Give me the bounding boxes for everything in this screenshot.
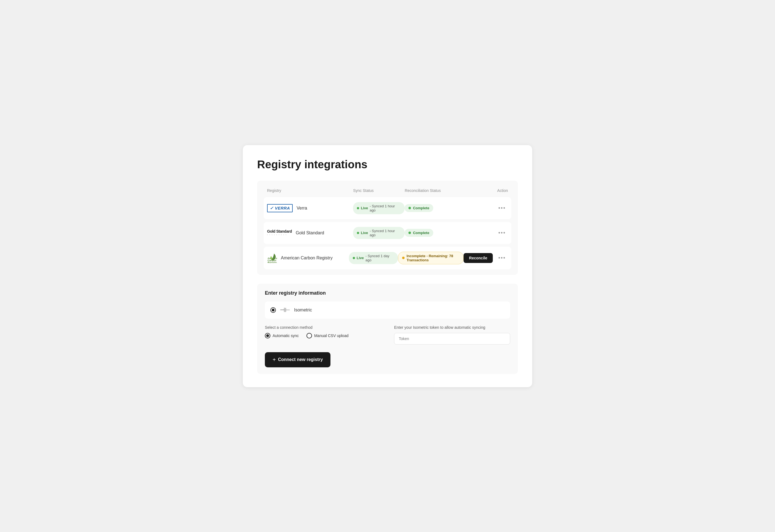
token-label: Enter your Isometric token to allow auto… bbox=[394, 325, 510, 330]
verra-logo: ✓ VERRA bbox=[267, 204, 293, 212]
header-registry: Registry bbox=[267, 188, 353, 193]
auto-sync-radio-dot bbox=[266, 334, 269, 337]
sync-badge-verra: Live - Synced 1 hour ago bbox=[353, 202, 405, 214]
recon-badge-acr: Incomplete - Remaining: 78 Transactions bbox=[398, 252, 464, 264]
form-row: Select a connection method Automatic syn… bbox=[265, 325, 510, 344]
radio-inner-dot bbox=[272, 309, 275, 311]
registry-cell-gold: Gold Standard · · · · · · · · · Gold Sta… bbox=[267, 229, 353, 236]
gold-standard-logo-text: Gold Standard bbox=[267, 229, 292, 234]
more-options-acr[interactable]: ••• bbox=[496, 254, 508, 262]
recon-label: Incomplete - Remaining: 78 Transactions bbox=[407, 254, 459, 262]
recon-label: Complete bbox=[413, 206, 429, 210]
recon-status-gold: Complete bbox=[405, 229, 473, 237]
sync-dot bbox=[357, 232, 359, 234]
sync-detail: - Synced 1 hour ago bbox=[370, 204, 401, 212]
sync-badge-acr: Live - Synced 1 day ago bbox=[349, 252, 398, 264]
svg-text:Registry: Registry bbox=[268, 261, 277, 263]
more-options-verra[interactable]: ••• bbox=[496, 204, 508, 212]
more-options-gold[interactable]: ••• bbox=[496, 229, 508, 237]
table-row: American Carbon Registry American Carbon… bbox=[264, 247, 511, 269]
header-recon: Reconciliation Status bbox=[405, 188, 473, 193]
auto-sync-option[interactable]: Automatic sync bbox=[265, 333, 299, 338]
connect-plus-icon: + bbox=[273, 357, 276, 363]
gold-standard-dots: · · · · · · · · · bbox=[267, 234, 292, 236]
registry-name-verra: Verra bbox=[297, 206, 307, 211]
live-label: Live bbox=[357, 256, 364, 260]
acr-logo: American Carbon Registry bbox=[267, 253, 277, 263]
registry-form-section: Enter registry information ⊣⊢ Isometric … bbox=[257, 284, 518, 374]
live-label: Live bbox=[361, 206, 368, 210]
registry-cell-acr: American Carbon Registry American Carbon… bbox=[267, 253, 349, 263]
table-row: ✓ VERRA Verra Live - Synced 1 hour ago C… bbox=[264, 197, 511, 219]
verra-logo-text: ✓ VERRA bbox=[267, 204, 293, 212]
isometric-radio[interactable] bbox=[270, 307, 276, 313]
recon-label: Complete bbox=[413, 231, 429, 235]
manual-csv-option[interactable]: Manual CSV upload bbox=[307, 333, 349, 338]
isometric-option[interactable]: ⊣⊢ Isometric bbox=[265, 302, 510, 319]
table-header: Registry Sync Status Reconciliation Stat… bbox=[264, 186, 511, 195]
token-input[interactable] bbox=[394, 333, 510, 344]
sync-detail: - Synced 1 day ago bbox=[365, 254, 394, 262]
header-action: Action bbox=[473, 188, 508, 193]
page-title: Registry integrations bbox=[257, 158, 518, 171]
action-cell-acr: Reconcile ••• bbox=[464, 253, 508, 263]
auto-sync-radio[interactable] bbox=[265, 333, 270, 338]
connection-method-section: Select a connection method Automatic syn… bbox=[265, 325, 381, 344]
recon-dot bbox=[402, 257, 405, 259]
action-cell-gold: ••• bbox=[473, 229, 508, 237]
recon-status-acr: Incomplete - Remaining: 78 Transactions bbox=[398, 252, 464, 264]
isometric-label: Isometric bbox=[294, 308, 312, 313]
manual-csv-label: Manual CSV upload bbox=[314, 333, 349, 338]
recon-dot bbox=[408, 232, 411, 234]
sync-detail: - Synced 1 hour ago bbox=[370, 229, 401, 237]
connection-method-label: Select a connection method bbox=[265, 325, 381, 330]
reconcile-button[interactable]: Reconcile bbox=[464, 253, 493, 263]
sync-status-verra: Live - Synced 1 hour ago bbox=[353, 202, 405, 214]
action-cell-verra: ••• bbox=[473, 204, 508, 212]
radio-group: Automatic sync Manual CSV upload bbox=[265, 333, 381, 338]
sync-badge-gold: Live - Synced 1 hour ago bbox=[353, 227, 405, 239]
isometric-cross-icon: ⊣⊢ bbox=[280, 306, 290, 314]
recon-status-verra: Complete bbox=[405, 204, 473, 212]
token-section: Enter your Isometric token to allow auto… bbox=[394, 325, 510, 344]
registry-name-gold: Gold Standard bbox=[296, 230, 324, 235]
form-section-title: Enter registry information bbox=[265, 290, 510, 296]
recon-dot bbox=[408, 207, 411, 209]
connect-registry-button[interactable]: + Connect new registry bbox=[265, 352, 330, 367]
sync-status-acr: Live - Synced 1 day ago bbox=[349, 252, 398, 264]
page-container: Registry integrations Registry Sync Stat… bbox=[243, 145, 532, 387]
sync-status-gold: Live - Synced 1 hour ago bbox=[353, 227, 405, 239]
sync-dot bbox=[357, 207, 359, 209]
manual-csv-radio[interactable] bbox=[307, 333, 312, 338]
registry-name-acr: American Carbon Registry bbox=[281, 256, 333, 260]
registry-cell-verra: ✓ VERRA Verra bbox=[267, 204, 353, 212]
recon-badge-gold: Complete bbox=[405, 229, 433, 237]
live-label: Live bbox=[361, 231, 368, 235]
connect-registry-label: Connect new registry bbox=[278, 357, 323, 362]
gold-standard-logo: Gold Standard · · · · · · · · · bbox=[267, 229, 292, 236]
acr-leaf-icon: American Carbon Registry bbox=[267, 253, 277, 263]
registry-table: Registry Sync Status Reconciliation Stat… bbox=[257, 181, 518, 275]
auto-sync-label: Automatic sync bbox=[273, 333, 299, 338]
header-sync: Sync Status bbox=[353, 188, 405, 193]
recon-badge-verra: Complete bbox=[405, 204, 433, 212]
sync-dot bbox=[353, 257, 355, 259]
table-row: Gold Standard · · · · · · · · · Gold Sta… bbox=[264, 222, 511, 244]
